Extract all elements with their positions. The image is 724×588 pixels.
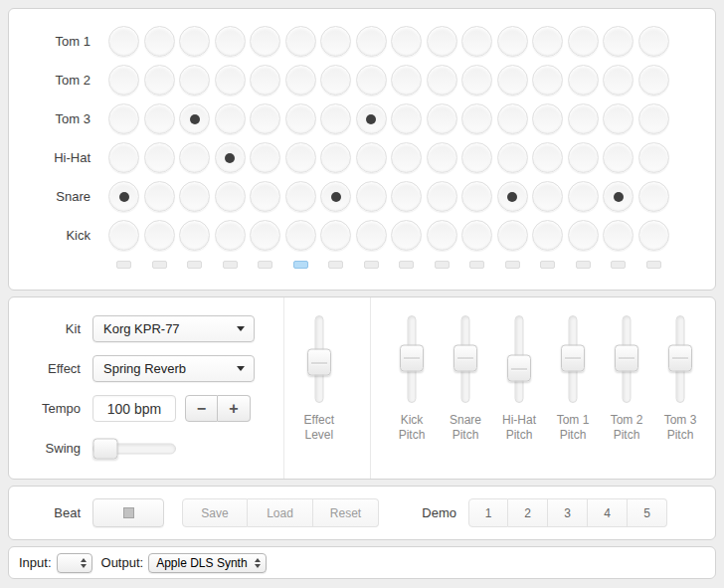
seq-pad[interactable] <box>320 26 351 57</box>
tempo-increase-button[interactable]: + <box>218 395 251 422</box>
seq-pad[interactable] <box>532 103 563 134</box>
seq-pad[interactable] <box>568 220 599 251</box>
seq-pad[interactable] <box>568 26 599 57</box>
tom-2-pitch-slider[interactable] <box>614 315 639 403</box>
seq-pad[interactable] <box>427 65 457 96</box>
input-select[interactable] <box>57 553 92 573</box>
seq-pad-active[interactable] <box>108 181 139 212</box>
seq-pad[interactable] <box>497 220 528 251</box>
seq-pad[interactable] <box>215 65 246 96</box>
seq-pad-active[interactable] <box>215 142 246 173</box>
seq-pad[interactable] <box>603 65 634 96</box>
effect-level-slider[interactable] <box>306 315 332 403</box>
seq-pad[interactable] <box>603 220 634 251</box>
seq-pad[interactable] <box>427 142 457 173</box>
seq-pad[interactable] <box>179 26 210 57</box>
seq-pad[interactable] <box>144 220 175 251</box>
seq-pad-active[interactable] <box>603 181 634 212</box>
seq-pad[interactable] <box>285 142 316 173</box>
seq-pad[interactable] <box>532 142 563 173</box>
stop-button[interactable] <box>92 498 164 527</box>
seq-pad[interactable] <box>532 65 563 96</box>
seq-pad[interactable] <box>320 65 351 96</box>
seq-pad[interactable] <box>603 103 634 134</box>
swing-slider-handle[interactable] <box>92 438 117 459</box>
seq-pad[interactable] <box>356 65 387 96</box>
effect-select[interactable]: Spring Reverb <box>92 355 255 382</box>
seq-pad[interactable] <box>568 65 599 96</box>
demo-4-button[interactable]: 4 <box>588 498 628 527</box>
seq-pad[interactable] <box>532 220 563 251</box>
seq-pad-active[interactable] <box>356 103 387 134</box>
seq-pad[interactable] <box>391 103 422 134</box>
seq-pad[interactable] <box>391 220 422 251</box>
effect-level-slider-handle[interactable] <box>307 349 331 376</box>
seq-pad[interactable] <box>320 220 351 251</box>
slider-handle[interactable] <box>561 344 585 371</box>
seq-pad[interactable] <box>108 103 139 134</box>
slider-handle[interactable] <box>453 344 477 371</box>
seq-pad[interactable] <box>497 26 528 57</box>
hi-hat-pitch-slider[interactable] <box>506 315 532 403</box>
seq-pad[interactable] <box>568 181 599 212</box>
seq-pad[interactable] <box>427 181 457 212</box>
save-button[interactable]: Save <box>182 498 248 527</box>
seq-pad[interactable] <box>285 26 316 57</box>
seq-pad[interactable] <box>250 220 280 251</box>
seq-pad[interactable] <box>356 142 387 173</box>
seq-pad[interactable] <box>108 65 139 96</box>
seq-pad[interactable] <box>320 142 351 173</box>
load-button[interactable]: Load <box>248 498 313 527</box>
seq-pad[interactable] <box>461 103 492 134</box>
seq-pad[interactable] <box>391 26 422 57</box>
seq-pad[interactable] <box>285 103 316 134</box>
demo-2-button[interactable]: 2 <box>508 498 548 527</box>
seq-pad[interactable] <box>108 26 139 57</box>
slider-handle[interactable] <box>507 355 531 382</box>
seq-pad[interactable] <box>250 26 280 57</box>
output-select[interactable]: Apple DLS Synth <box>148 553 266 573</box>
seq-pad[interactable] <box>215 26 246 57</box>
seq-pad[interactable] <box>568 142 599 173</box>
seq-pad[interactable] <box>144 181 175 212</box>
seq-pad[interactable] <box>144 103 175 134</box>
seq-pad[interactable] <box>250 181 280 212</box>
seq-pad[interactable] <box>461 26 492 57</box>
seq-pad-active[interactable] <box>497 181 528 212</box>
tom-1-pitch-slider[interactable] <box>560 315 586 403</box>
seq-pad[interactable] <box>427 26 457 57</box>
seq-pad[interactable] <box>603 142 634 173</box>
seq-pad[interactable] <box>391 181 422 212</box>
seq-pad[interactable] <box>638 220 669 251</box>
seq-pad[interactable] <box>638 142 669 173</box>
seq-pad[interactable] <box>179 65 210 96</box>
seq-pad[interactable] <box>144 142 175 173</box>
demo-1-button[interactable]: 1 <box>468 498 508 527</box>
seq-pad[interactable] <box>356 220 387 251</box>
seq-pad[interactable] <box>461 220 492 251</box>
seq-pad[interactable] <box>285 181 316 212</box>
seq-pad[interactable] <box>179 142 210 173</box>
seq-pad[interactable] <box>427 103 457 134</box>
demo-3-button[interactable]: 3 <box>548 498 588 527</box>
seq-pad-active[interactable] <box>179 103 210 134</box>
seq-pad[interactable] <box>461 65 492 96</box>
seq-pad[interactable] <box>108 220 139 251</box>
seq-pad[interactable] <box>391 142 422 173</box>
seq-pad[interactable] <box>250 65 280 96</box>
slider-handle[interactable] <box>400 344 424 371</box>
seq-pad[interactable] <box>356 26 387 57</box>
seq-pad[interactable] <box>638 26 669 57</box>
tempo-decrease-button[interactable]: − <box>185 395 218 422</box>
snare-pitch-slider[interactable] <box>452 315 478 403</box>
seq-pad[interactable] <box>532 26 563 57</box>
seq-pad[interactable] <box>638 65 669 96</box>
slider-handle[interactable] <box>615 344 638 371</box>
seq-pad[interactable] <box>461 181 492 212</box>
seq-pad[interactable] <box>285 65 316 96</box>
seq-pad[interactable] <box>250 142 280 173</box>
seq-pad[interactable] <box>144 65 175 96</box>
seq-pad[interactable] <box>144 26 175 57</box>
seq-pad[interactable] <box>497 65 528 96</box>
seq-pad[interactable] <box>427 220 457 251</box>
